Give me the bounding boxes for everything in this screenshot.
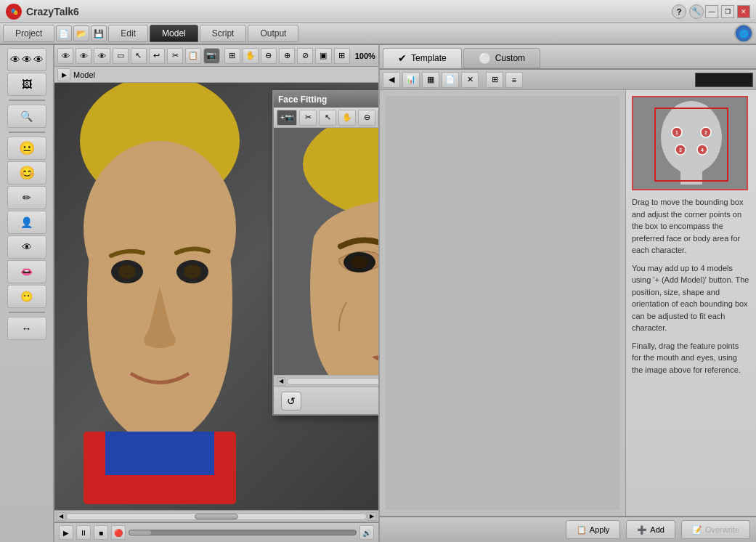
tb-zoom-in-btn[interactable]: ⊕	[279, 48, 295, 64]
info-text-3: Finally, drag the feature points for the…	[632, 340, 750, 376]
rt-table-btn[interactable]: ▦	[422, 72, 439, 88]
tb-zoom-fit-btn[interactable]: ⊘	[297, 48, 313, 64]
tl-play-btn[interactable]: ▶	[59, 525, 73, 540]
ff-canvas[interactable]: 1 2 3 4 ▲ ▼	[274, 128, 378, 375]
ff-delete-btn[interactable]: ✂	[299, 110, 317, 126]
rt-grid-btn[interactable]: ⊞	[486, 72, 503, 88]
ff-h-scrollbar[interactable]: ◀ ▶	[274, 375, 378, 387]
tb-zoom-out-btn[interactable]: ⊖	[261, 48, 277, 64]
tb-eye-btn[interactable]: 👁	[57, 48, 73, 64]
overwrite-btn[interactable]: 📝 Overwrite	[681, 520, 750, 539]
face-left-svg	[62, 83, 258, 504]
restore-button[interactable]: ❐	[721, 5, 734, 18]
ff-title: Face Fitting	[278, 94, 327, 105]
sidebar-expression-btn[interactable]: 😊	[7, 161, 46, 185]
svg-point-3	[118, 264, 136, 279]
app-logo: 🎭	[6, 4, 22, 20]
scroll-left-btn[interactable]: ◀	[56, 512, 66, 521]
overwrite-icon: 📝	[692, 525, 702, 535]
sidebar-neutral-btn[interactable]: 😶	[7, 285, 46, 308]
canvas-area[interactable]: Face Fitting ✕ +📷 ✂ ↖ ✋ ⊖ ⊕ ⊘ ▣ ⊞	[54, 83, 378, 510]
sidebar-image-btn[interactable]: 🖼	[7, 73, 46, 96]
svg-text:1: 1	[675, 130, 678, 135]
menu-output[interactable]: Output	[248, 25, 298, 42]
tb-cursor-btn[interactable]: ↖	[131, 48, 147, 64]
tab-template[interactable]: ✔ Template	[383, 48, 462, 68]
sidebar-face-btn[interactable]: 😐	[7, 137, 46, 160]
svg-point-16	[661, 101, 722, 174]
model-label: Model	[73, 70, 95, 79]
tl-thumb[interactable]	[129, 530, 151, 535]
tab-custom[interactable]: ⚪ Custom	[463, 48, 540, 68]
add-btn[interactable]: ➕ Add	[626, 520, 675, 539]
sidebar-separator-2	[9, 132, 45, 133]
sidebar-arrows-btn[interactable]: ↔	[7, 317, 46, 340]
tb-zoom-box-btn[interactable]: ▣	[315, 48, 331, 64]
ff-reset-btn[interactable]: ↺	[281, 392, 301, 410]
settings-button[interactable]: 🔧	[689, 4, 704, 19]
model-bar: ▶ Model	[54, 67, 378, 83]
ff-zoom-out-btn[interactable]: ⊖	[358, 110, 375, 126]
tl-stop-btn[interactable]: ■	[94, 525, 108, 540]
globe-button[interactable]: 🌐	[734, 24, 753, 43]
center-h-scrollbar[interactable]: ◀ ▶	[54, 510, 378, 522]
tb-zoom-all-btn[interactable]: ⊞	[334, 48, 350, 64]
tb-eye3-btn[interactable]: 👁	[94, 48, 110, 64]
menu-script[interactable]: Script	[200, 25, 247, 42]
h-track[interactable]	[66, 513, 367, 520]
rt-chart-btn[interactable]: 📊	[402, 72, 420, 88]
tb-hand-btn[interactable]: ✋	[243, 48, 259, 64]
rt-new-btn[interactable]: 📄	[442, 72, 459, 88]
close-button[interactable]: ✕	[737, 5, 750, 18]
ff-scroll-left[interactable]: ◀	[277, 377, 285, 386]
new-file-icon[interactable]: 📄	[56, 25, 72, 41]
sidebar-mouth-btn[interactable]: 👄	[7, 260, 46, 283]
svg-rect-17	[680, 166, 702, 185]
rt-color-picker[interactable]	[695, 73, 753, 87]
tb-undo-btn[interactable]: ↩	[149, 48, 165, 64]
help-button[interactable]: ?	[672, 4, 686, 19]
sidebar-separator-3	[9, 312, 45, 313]
scroll-right-btn[interactable]: ▶	[367, 512, 377, 521]
apply-btn[interactable]: 📋 Apply	[566, 520, 621, 539]
ff-hand-btn[interactable]: ✋	[338, 110, 356, 126]
tl-volume-btn[interactable]: 🔊	[359, 525, 374, 540]
template-custom-tabs: ✔ Template ⚪ Custom	[380, 45, 756, 70]
tl-track[interactable]	[129, 530, 357, 535]
window-controls: — ❐ ✕	[705, 5, 750, 18]
open-file-icon[interactable]: 📂	[73, 25, 89, 41]
tb-fit-btn[interactable]: ⊞	[224, 48, 240, 64]
tb-paste-btn[interactable]: 📋	[185, 48, 201, 64]
sidebar-pen-btn[interactable]: ✏	[7, 186, 46, 209]
rt-prev-btn[interactable]: ◀	[383, 72, 400, 88]
main-area: 👁👁👁 🖼 🔍 😐 😊 ✏ 👤 👁 👄 😶 ↔ 👁 👁 👁 ▭ ↖ ↩ ✂ 📋 …	[0, 45, 756, 542]
ff-add-model-btn[interactable]: +📷	[277, 110, 297, 126]
menu-model[interactable]: Model	[150, 25, 198, 42]
tl-pause-btn[interactable]: ⏸	[76, 525, 91, 540]
svg-text:3: 3	[679, 147, 682, 153]
tl-record-btn[interactable]: 🔴	[111, 525, 126, 540]
menu-project[interactable]: Project	[3, 25, 54, 42]
rt-list-btn[interactable]: ≡	[505, 72, 523, 88]
zoom-level: 100%	[355, 52, 375, 60]
menu-edit[interactable]: Edit	[108, 25, 148, 42]
tb-camera-btn[interactable]: 📷	[203, 48, 219, 64]
template-icon: ✔	[398, 52, 407, 64]
sidebar-search-btn[interactable]: 🔍	[7, 105, 46, 128]
save-file-icon[interactable]: 💾	[91, 25, 107, 41]
ff-h-track[interactable]	[287, 378, 378, 385]
ff-cursor-btn[interactable]: ↖	[319, 110, 336, 126]
minimize-button[interactable]: —	[705, 5, 718, 18]
tb-cut-btn[interactable]: ✂	[167, 48, 183, 64]
rt-delete-btn[interactable]: ✕	[461, 72, 479, 88]
model-expand-btn[interactable]: ▶	[57, 68, 70, 81]
info-panel: 1 2 3 4 Drag to move the bounding box an…	[625, 90, 756, 516]
h-thumb[interactable]	[195, 514, 238, 519]
sidebar-eye-tools[interactable]: 👁👁👁	[7, 48, 46, 71]
custom-icon: ⚪	[479, 52, 491, 64]
sidebar-profile-btn[interactable]: 👤	[7, 211, 46, 234]
ff-zoom-in-btn[interactable]: ⊕	[378, 110, 378, 126]
sidebar-eye-detail-btn[interactable]: 👁	[7, 235, 46, 259]
tb-eye2-btn[interactable]: 👁	[76, 48, 92, 64]
tb-select-btn[interactable]: ▭	[113, 48, 129, 64]
